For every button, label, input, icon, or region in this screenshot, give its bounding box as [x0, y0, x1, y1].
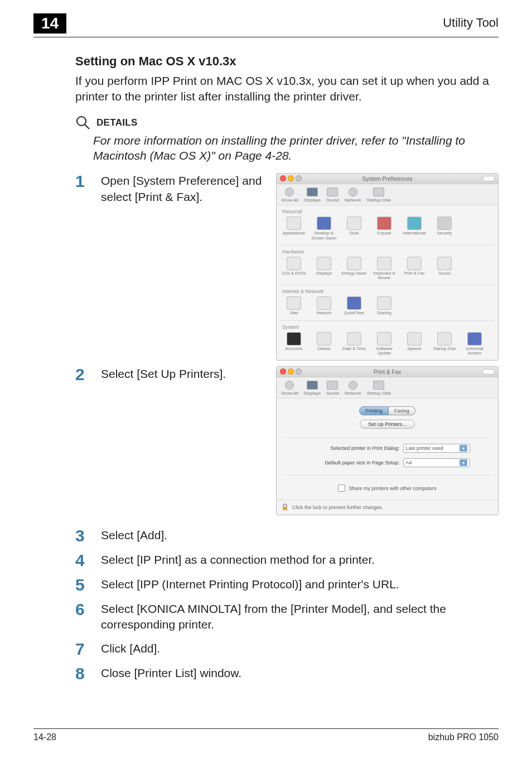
printfax-tabs: Printing Faxing	[281, 406, 494, 415]
network-icon[interactable]	[349, 381, 357, 390]
step-8: 8 Close [Printer List] window.	[75, 665, 499, 682]
window-traffic-lights	[280, 368, 302, 375]
svg-point-0	[77, 117, 86, 126]
software-update-icon[interactable]	[377, 332, 391, 346]
page-footer: 14-28 bizhub PRO 1050	[33, 728, 499, 742]
dock-icon[interactable]	[347, 217, 361, 230]
step-text: Close [Printer List] window.	[101, 665, 499, 681]
step-text: Select [Set Up Printers].	[101, 366, 266, 382]
show-all-icon[interactable]	[285, 188, 294, 196]
step-number: 7	[75, 641, 88, 658]
step-6: 6 Select [KONICA MINOLTA] from the [Prin…	[75, 601, 499, 633]
prefs-group-internet: Internet & Network	[277, 285, 498, 294]
step-number: 8	[75, 665, 88, 682]
subsection-heading: Setting on Mac OS X v10.3x	[75, 54, 499, 69]
step-text: Select [IPP (Internet Printing Protocol)…	[101, 577, 499, 592]
magnifier-icon	[75, 115, 91, 131]
close-icon[interactable]	[280, 175, 286, 181]
print-fax-icon[interactable]	[407, 257, 422, 270]
details-body: For more information on installing the p…	[93, 133, 499, 164]
startup-disk-icon[interactable]	[373, 381, 384, 390]
step-2: 2 Select [Set Up Printers].	[75, 366, 266, 383]
step-text: Select [Add].	[101, 527, 499, 543]
intro-paragraph: If you perform IPP Print on MAC OS X v10…	[75, 73, 499, 105]
step-3: 3 Select [Add].	[75, 527, 499, 544]
show-all-icon[interactable]	[285, 381, 294, 390]
window-title: System Preferences	[362, 176, 412, 182]
chapter-badge: 14	[33, 13, 66, 33]
energy-saver-icon[interactable]	[347, 257, 361, 270]
universal-access-icon[interactable]	[467, 332, 482, 346]
tab-printing[interactable]: Printing	[359, 406, 389, 415]
selected-printer-label: Selected printer in Print Dialog:	[305, 445, 400, 451]
keyboard-mouse-icon[interactable]	[377, 257, 391, 270]
net-network-icon[interactable]	[317, 296, 331, 310]
sharing-icon[interactable]	[377, 296, 391, 310]
step-number: 5	[75, 577, 88, 593]
cds-dvds-icon[interactable]	[287, 257, 301, 270]
accounts-icon[interactable]	[287, 332, 301, 346]
share-printers-label: Share my printers with other computers	[349, 486, 436, 491]
selected-printer-select[interactable]: Last printer used ▾	[403, 444, 470, 453]
displays-icon[interactable]	[307, 381, 318, 390]
toolbar-toggle-icon[interactable]	[482, 369, 495, 375]
step-text: Click [Add].	[101, 641, 499, 656]
step-4: 4 Select [IP Print] as a connection meth…	[75, 552, 499, 569]
zoom-icon[interactable]	[296, 175, 302, 181]
screenshot-print-fax: Print & Fax Show All Displays Sound Netw…	[276, 366, 499, 515]
lock-text: Click the lock to prevent further change…	[292, 505, 383, 510]
step-5: 5 Select [IPP (Internet Printing Protoco…	[75, 577, 499, 593]
minimize-icon[interactable]	[288, 175, 294, 181]
minimize-icon[interactable]	[288, 368, 294, 375]
step-7: 7 Click [Add].	[75, 641, 499, 658]
hw-sound-icon[interactable]	[437, 257, 452, 270]
svg-line-1	[85, 124, 89, 129]
step-text: Open [System Preference] and select [Pri…	[101, 173, 266, 205]
window-traffic-lights	[280, 175, 302, 181]
international-icon[interactable]	[407, 217, 422, 230]
appearance-icon[interactable]	[287, 217, 301, 230]
step-number: 1	[75, 173, 88, 190]
date-time-icon[interactable]	[347, 332, 361, 346]
printfax-toolbar: Show All Displays Sound Network Startup …	[277, 377, 498, 399]
network-icon[interactable]	[349, 188, 357, 196]
header-rule	[33, 37, 499, 37]
toolbar-toggle-icon[interactable]	[482, 176, 495, 181]
tab-faxing[interactable]: Faxing	[389, 406, 415, 415]
page-number: 14-28	[33, 732, 56, 742]
step-text: Select [IP Print] as a connection method…	[101, 552, 499, 568]
desktop-screensaver-icon[interactable]	[317, 217, 331, 230]
close-icon[interactable]	[280, 368, 286, 375]
chevron-updown-icon: ▾	[460, 459, 467, 466]
share-printers-checkbox[interactable]	[338, 484, 345, 492]
step-number: 3	[75, 527, 88, 544]
security-icon[interactable]	[437, 217, 452, 230]
svg-rect-2	[283, 507, 287, 510]
paper-size-select[interactable]: A4 ▾	[403, 458, 470, 467]
step-text: Select [KONICA MINOLTA] from the [Printe…	[101, 601, 499, 633]
paper-size-label: Default paper size in Page Setup:	[305, 460, 400, 466]
chevron-updown-icon: ▾	[460, 445, 467, 452]
hw-displays-icon[interactable]	[317, 257, 331, 270]
prefs-group-personal: Personal	[277, 205, 498, 214]
displays-icon[interactable]	[307, 188, 318, 196]
quicktime-icon[interactable]	[347, 296, 361, 310]
startup-disk-icon[interactable]	[373, 188, 384, 196]
details-label: DETAILS	[96, 117, 138, 128]
screenshot-system-preferences: System Preferences Show All Displays Sou…	[276, 173, 499, 361]
sound-icon[interactable]	[327, 381, 338, 390]
sys-startup-disk-icon[interactable]	[437, 332, 452, 346]
zoom-icon[interactable]	[296, 368, 302, 375]
setup-printers-button[interactable]: Set Up Printers...	[360, 420, 415, 429]
expose-icon[interactable]	[377, 217, 391, 230]
lock-icon[interactable]	[281, 503, 289, 511]
prefs-toolbar: Show All Displays Sound Network Startup …	[277, 184, 498, 205]
section-title: Utility Tool	[443, 16, 499, 30]
window-title: Print & Fax	[374, 369, 401, 375]
prefs-group-hardware: Hardware	[277, 246, 498, 255]
step-number: 6	[75, 601, 88, 618]
speech-icon[interactable]	[407, 332, 422, 346]
classic-icon[interactable]	[317, 332, 331, 346]
dot-mac-icon[interactable]	[287, 296, 301, 310]
sound-icon[interactable]	[327, 188, 338, 196]
